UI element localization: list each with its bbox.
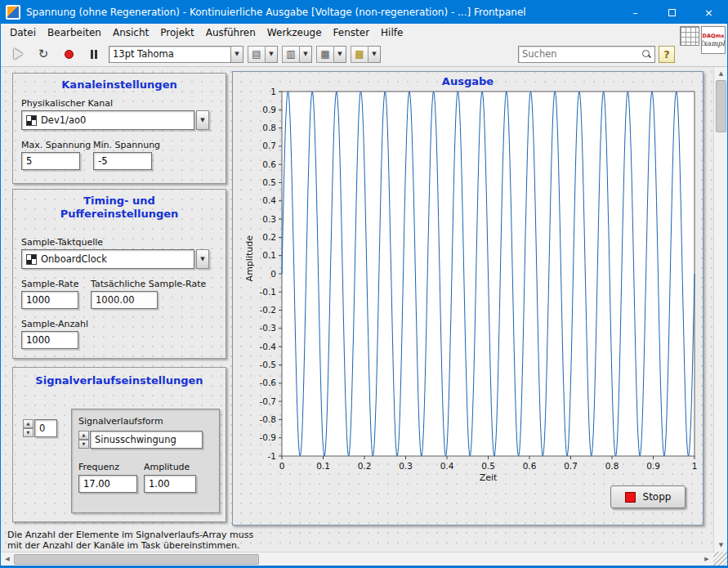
- min-voltage-label: Min. Spannung: [93, 140, 160, 150]
- titlebar: Spannung (ohne Regeneration) - Kontinuie…: [1, 1, 727, 24]
- frequency-input[interactable]: [78, 475, 137, 493]
- run-continuously-button[interactable]: ↻: [33, 45, 54, 63]
- horizontal-scroll-thumb[interactable]: [14, 554, 259, 565]
- spin-up-icon[interactable]: ▲: [78, 431, 89, 440]
- svg-text:-0.3: -0.3: [260, 323, 277, 333]
- svg-text:0.7: 0.7: [564, 461, 578, 471]
- output-chart: Ausgabe 10.90.80.70.60.50.40.30.20.10-0.…: [232, 71, 703, 526]
- array-index-spinner[interactable]: ▲ ▼: [23, 419, 33, 437]
- sample-rate-input[interactable]: [21, 291, 78, 309]
- resize-objects-dropdown-arrow: ▼: [334, 46, 346, 63]
- front-panel: Kanaleinstellungen Physikalischer Kanal …: [1, 67, 713, 552]
- waveform-settings-group: Signalverlaufseinstellungen ▲ ▼ 0 Signal…: [12, 367, 226, 522]
- menubar: Datei Bearbeiten Ansicht Projekt Ausführ…: [1, 24, 680, 42]
- clock-source-combo[interactable]: OnboardClock: [21, 249, 194, 269]
- pause-button[interactable]: [83, 45, 105, 63]
- distribute-objects-dropdown-arrow: ▼: [300, 46, 312, 63]
- menu-item-projekt[interactable]: Projekt: [154, 25, 199, 40]
- menu-item-hilfe[interactable]: Hilfe: [375, 25, 409, 40]
- svg-text:-0.1: -0.1: [260, 287, 277, 297]
- svg-text:0.2: 0.2: [262, 232, 276, 242]
- min-voltage-input[interactable]: [93, 152, 152, 170]
- scroll-left-button[interactable]: ◀: [1, 552, 14, 566]
- font-selector-dropdown-arrow[interactable]: ▼: [231, 46, 243, 63]
- svg-text:0.3: 0.3: [399, 461, 413, 471]
- physical-channel-value: Dev1/ao0: [41, 114, 86, 126]
- resize-objects-button[interactable]: ▦ ▼: [316, 46, 346, 63]
- align-objects-button[interactable]: ▤ ▼: [248, 46, 278, 63]
- svg-text:0.5: 0.5: [262, 177, 276, 187]
- array-index-control[interactable]: ▲ ▼ 0: [23, 419, 57, 437]
- menu-item-bearbeiten[interactable]: Bearbeiten: [42, 25, 107, 40]
- close-button[interactable]: ×: [690, 1, 727, 24]
- window-controls: – ×: [617, 1, 727, 24]
- abort-button[interactable]: [58, 45, 79, 63]
- svg-text:0.6: 0.6: [262, 159, 276, 169]
- svg-text:1: 1: [270, 87, 276, 96]
- svg-text:-0.8: -0.8: [260, 414, 277, 424]
- vertical-scroll-track[interactable]: [714, 132, 727, 539]
- timing-settings-title-line1: Timing- und: [13, 195, 226, 207]
- toolbar: ↻ 13pt Tahoma ▼ ▤ ▼ ▥ ▼ ▦ ▼: [1, 42, 680, 66]
- menu-item-fenster[interactable]: Fenster: [328, 25, 376, 40]
- actual-sample-rate-label: Tatsächliche Sample-Rate: [91, 279, 206, 289]
- waveform-type-ring[interactable]: ▲ ▼ Sinusschwingung: [78, 431, 203, 449]
- content-area: Kanaleinstellungen Physikalischer Kanal …: [1, 67, 727, 566]
- svg-text:-0.2: -0.2: [260, 305, 277, 315]
- physical-channel-dropdown-arrow[interactable]: ▼: [196, 110, 209, 130]
- menu-item-ansicht[interactable]: Ansicht: [107, 25, 154, 40]
- menu-item-ausfuehren[interactable]: Ausführen: [200, 25, 261, 40]
- spin-down-icon[interactable]: ▼: [78, 440, 89, 449]
- search-input[interactable]: [522, 48, 641, 60]
- resize-grip[interactable]: [713, 552, 727, 566]
- svg-text:-1: -1: [268, 451, 276, 461]
- search-icon: [641, 49, 651, 59]
- menu-item-datei[interactable]: Datei: [4, 25, 42, 40]
- maximize-icon: [668, 9, 676, 16]
- reorder-button[interactable]: ▩ ▼: [351, 46, 381, 63]
- stop-button-label: Stopp: [643, 491, 672, 503]
- svg-text:-0.5: -0.5: [260, 360, 277, 369]
- scroll-up-button[interactable]: ▲: [714, 67, 728, 80]
- svg-text:0: 0: [270, 269, 276, 279]
- spin-down-icon[interactable]: ▼: [23, 428, 33, 437]
- alignment-grid-icon[interactable]: [680, 26, 699, 46]
- run-button[interactable]: [7, 45, 29, 63]
- waveform-cluster: Signalverlaufsform ▲ ▼ Sinusschwingung F…: [71, 409, 220, 513]
- font-selector[interactable]: 13pt Tahoma: [109, 46, 231, 63]
- scroll-right-button[interactable]: ▶: [700, 552, 713, 566]
- clock-source-dropdown-arrow[interactable]: ▼: [196, 249, 209, 269]
- maximize-button[interactable]: [654, 1, 690, 24]
- vertical-scrollbar[interactable]: ▲ ▼: [713, 67, 727, 552]
- distribute-objects-button[interactable]: ▥ ▼: [282, 46, 312, 63]
- daqmx-example-badge: DAQmx Example: [701, 26, 726, 54]
- stop-button[interactable]: Stopp: [610, 485, 686, 508]
- vertical-scroll-thumb[interactable]: [716, 80, 726, 132]
- sample-count-label: Sample-Anzahl: [21, 319, 88, 329]
- svg-text:0.7: 0.7: [262, 141, 276, 150]
- reorder-icon: ▩: [351, 46, 368, 63]
- scroll-down-button[interactable]: ▼: [714, 539, 728, 552]
- stop-led-icon: [625, 492, 636, 503]
- distribute-objects-icon: ▥: [282, 46, 300, 63]
- waveform-type-value[interactable]: Sinusschwingung: [90, 431, 203, 449]
- max-voltage-input[interactable]: [21, 152, 80, 170]
- align-objects-dropdown-arrow: ▼: [266, 46, 278, 63]
- resize-objects-icon: ▦: [316, 46, 334, 63]
- pause-icon: [91, 50, 97, 59]
- help-button[interactable]: ?: [659, 46, 675, 63]
- menu-item-werkzeuge[interactable]: Werkzeuge: [261, 25, 328, 40]
- amplitude-input[interactable]: [144, 475, 196, 493]
- minimize-button[interactable]: –: [617, 1, 654, 24]
- waveform-type-spinner[interactable]: ▲ ▼: [78, 431, 89, 449]
- sample-count-input[interactable]: [21, 331, 78, 349]
- array-index-value[interactable]: 0: [34, 419, 57, 437]
- svg-text:0.6: 0.6: [523, 461, 537, 471]
- search-area: ?: [518, 46, 680, 63]
- horizontal-scroll-track[interactable]: [259, 552, 700, 566]
- daqmx-badge-line1: DAQmx: [703, 33, 725, 39]
- physical-channel-combo[interactable]: Dev1/ao0: [21, 110, 194, 130]
- horizontal-scrollbar[interactable]: ◀ ▶: [1, 552, 713, 566]
- svg-text:0.1: 0.1: [262, 250, 276, 260]
- spin-up-icon[interactable]: ▲: [23, 419, 33, 428]
